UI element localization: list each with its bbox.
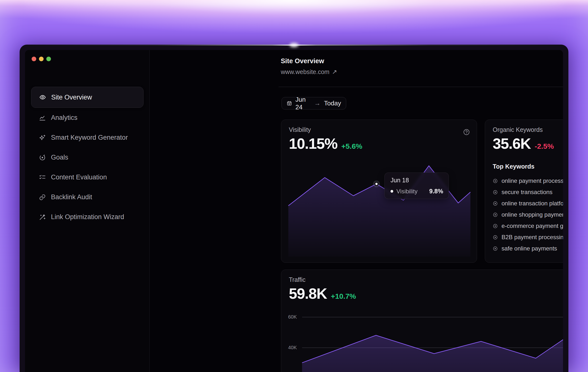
- window-top-flare: [290, 43, 298, 47]
- circle-dot-icon: [493, 212, 498, 217]
- page-heading: Site Overview www.website.com ↗: [281, 57, 337, 75]
- keyword-row[interactable]: safe online payments…: [493, 243, 563, 254]
- minimize-button[interactable]: [39, 57, 44, 61]
- site-url: www.website.com: [281, 68, 330, 75]
- y-tick-40k: 40K: [288, 345, 299, 350]
- top-glow: [24, 2, 564, 5]
- keyword-row[interactable]: B2B payment processing…: [493, 232, 563, 243]
- sparkles-icon: [39, 134, 46, 141]
- keyword-row[interactable]: online payment processing…: [493, 175, 563, 186]
- date-end: Today: [324, 99, 341, 107]
- keyword-list: online payment processing…secure transac…: [493, 175, 563, 254]
- link-icon: [39, 194, 46, 201]
- sidebar-item-label: Smart Keyword Generator: [51, 134, 128, 141]
- sidebar-item-label: Goals: [51, 154, 68, 161]
- keyword-row[interactable]: secure transactions…: [493, 186, 563, 198]
- main-area: Site Overview www.website.com ↗: [149, 50, 563, 372]
- tooltip-series-label: Visibility: [396, 188, 417, 195]
- arrow-right-icon: →: [314, 99, 321, 107]
- sidebar-item-analytics[interactable]: Analytics: [31, 108, 144, 128]
- app-window: Site Overview Analytics Smart Keyword Ge…: [20, 45, 568, 372]
- chart-tooltip: Jun 18 Visibility 9.8%: [384, 173, 449, 199]
- keyword-label: B2B payment processing: [502, 234, 563, 241]
- target-icon: [39, 154, 46, 161]
- keyword-label: e-commerce payment gateway: [502, 223, 563, 229]
- tooltip-date: Jun 18: [391, 177, 443, 184]
- visibility-delta: +5.6%: [341, 142, 362, 150]
- sidebar-item-label: Backlink Audit: [51, 193, 92, 201]
- organic-value: 35.6K: [493, 135, 531, 152]
- circle-dot-icon: [493, 235, 498, 240]
- circle-dot-icon: [493, 223, 498, 229]
- keyword-label: online payment processing: [502, 177, 563, 184]
- traffic-metric: 59.8K +10.7%: [289, 285, 356, 302]
- organic-metric: 35.6K -2.5%: [493, 135, 554, 152]
- window-controls: [32, 57, 51, 61]
- card-title: Organic Keywords: [493, 126, 543, 133]
- sidebar-item-label: Link Optimization Wizard: [51, 213, 124, 221]
- top-keywords-title: Top Keywords: [493, 163, 534, 170]
- sidebar-item-backlink-audit[interactable]: Backlink Audit: [31, 187, 144, 207]
- keyword-row[interactable]: online shopping payments…: [493, 209, 563, 220]
- header-divider: [279, 87, 563, 87]
- page-title: Site Overview: [281, 57, 337, 65]
- circle-dot-icon: [493, 190, 498, 195]
- external-link-icon: ↗: [332, 68, 337, 75]
- list-checks-icon: [39, 174, 46, 181]
- chart-line-icon: [39, 114, 46, 121]
- screenshot-stage: Site Overview Analytics Smart Keyword Ge…: [0, 0, 588, 372]
- sidebar-nav: Site Overview Analytics Smart Keyword Ge…: [31, 87, 144, 227]
- sidebar-item-site-overview[interactable]: Site Overview: [31, 87, 144, 108]
- y-tick-60k: 60K: [288, 314, 299, 320]
- visibility-card: Visibility 10.15% +5.6% Jun 18 Visibilit…: [281, 120, 477, 263]
- tooltip-value: 9.8%: [429, 188, 443, 195]
- help-icon[interactable]: [463, 129, 470, 136]
- date-start: Jun 24: [295, 96, 311, 111]
- sidebar-item-goals[interactable]: Goals: [31, 148, 144, 167]
- wand-sparkles-icon: [39, 214, 46, 221]
- sidebar-item-smart-keyword-generator[interactable]: Smart Keyword Generator: [31, 128, 144, 148]
- card-title: Visibility: [289, 126, 311, 133]
- visibility-value: 10.15%: [289, 135, 337, 152]
- tooltip-row: Visibility 9.8%: [391, 188, 443, 195]
- circle-dot-icon: [493, 178, 498, 184]
- circle-dot-icon: [493, 201, 498, 206]
- keyword-label: online transaction platform: [502, 200, 563, 207]
- keyword-label: safe online payments: [502, 245, 557, 252]
- app-surface: Site Overview Analytics Smart Keyword Ge…: [25, 50, 563, 372]
- highlighted-data-point[interactable]: [375, 183, 378, 185]
- calendar-icon: 12: [287, 100, 292, 107]
- keyword-label: online shopping payments: [502, 211, 563, 218]
- traffic-delta: +10.7%: [331, 292, 356, 300]
- keyword-label: secure transactions: [502, 189, 552, 196]
- sidebar-item-content-evaluation[interactable]: Content Evaluation: [31, 167, 144, 187]
- visibility-metric: 10.15% +5.6%: [289, 135, 362, 152]
- traffic-value: 59.8K: [289, 285, 327, 302]
- series-dot-icon: [391, 190, 393, 193]
- sidebar-item-label: Site Overview: [51, 94, 92, 101]
- eye-icon: [39, 94, 46, 101]
- sidebar-item-link-optimization-wizard[interactable]: Link Optimization Wizard: [31, 207, 144, 227]
- site-url-link[interactable]: www.website.com ↗: [281, 68, 337, 75]
- keyword-row[interactable]: e-commerce payment gateway…: [493, 220, 563, 232]
- organic-keywords-card: Organic Keywords 35.6K -2.5% Top Keyword…: [485, 120, 563, 263]
- sidebar: Site Overview Analytics Smart Keyword Ge…: [25, 50, 149, 372]
- zoom-button[interactable]: [46, 57, 51, 61]
- circle-dot-icon: [493, 246, 498, 251]
- card-title: Traffic: [289, 276, 306, 283]
- organic-delta: -2.5%: [535, 142, 554, 150]
- keyword-row[interactable]: online transaction platform…: [493, 198, 563, 209]
- svg-text:12: 12: [288, 103, 290, 105]
- date-range-picker[interactable]: 12 Jun 24 → Today: [282, 97, 346, 110]
- sidebar-item-label: Analytics: [51, 114, 77, 122]
- close-button[interactable]: [32, 57, 36, 61]
- traffic-card: Traffic 59.8K +10.7% 60K 40K: [281, 270, 563, 372]
- sidebar-item-label: Content Evaluation: [51, 174, 107, 181]
